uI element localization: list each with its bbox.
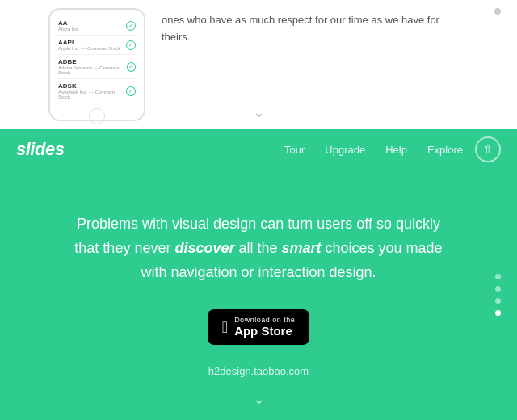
check-icon-aa: ✓ — [126, 21, 136, 31]
nav-link-tour[interactable]: Tour — [284, 144, 305, 156]
phone-item-aapl: AAPL Apple Inc. — Common Stock ✓ — [57, 36, 137, 55]
top-section: AA Alcoa Inc. ✓ AAPL Apple Inc. — Common… — [0, 0, 517, 129]
share-button[interactable]: ⇧ — [475, 136, 501, 162]
navbar: slides Tour Upgrade Help Explore ⇧ — [0, 129, 517, 170]
phone-item-adsk: ADSK Autodesk Inc. — Common Stock ✓ — [57, 79, 137, 103]
nav-link-help[interactable]: Help — [385, 144, 407, 156]
download-on-label: Download on the — [234, 316, 295, 324]
side-dot-1[interactable] — [495, 274, 501, 279]
chevron-down-icon-bottom[interactable]: ⌄ — [253, 390, 265, 408]
check-icon-adbe: ✓ — [127, 62, 136, 72]
tagline-smart: smart — [282, 240, 322, 256]
bottom-section: slides Tour Upgrade Help Explore ⇧ Probl… — [0, 129, 517, 420]
tagline: Problems with visual design can turn use… — [65, 212, 452, 284]
logo[interactable]: slides — [16, 139, 64, 160]
sub-adbe: Adobe Systems — Common Stock — [58, 65, 127, 75]
phone-home-button — [89, 108, 105, 124]
share-icon: ⇧ — [483, 143, 493, 156]
side-dot-2[interactable] — [495, 286, 501, 292]
nav-link-upgrade[interactable]: Upgrade — [325, 144, 365, 156]
main-content: Problems with visual design can turn use… — [0, 170, 517, 420]
check-icon-aapl: ✓ — [126, 40, 136, 50]
check-icon-adsk: ✓ — [126, 86, 136, 96]
nav-link-explore[interactable]: Explore — [427, 144, 463, 156]
phone-item-adbe: ADBE Adobe Systems — Common Stock ✓ — [57, 55, 137, 79]
ticker-adbe: ADBE — [58, 58, 127, 65]
side-dot-4-active[interactable] — [495, 310, 501, 316]
scroll-indicator-dot — [494, 8, 501, 15]
app-store-label: App Store — [234, 324, 292, 338]
chevron-down-icon-top[interactable]: ⌄ — [253, 103, 265, 121]
app-store-text: Download on the App Store — [234, 316, 295, 338]
ticker-aa: AA — [58, 19, 79, 27]
top-paragraph: ones who have as much respect for our ti… — [145, 0, 469, 58]
footer-url[interactable]: h2design.taobao.com — [208, 365, 309, 377]
tagline-discover: discover — [174, 240, 234, 256]
ticker-aapl: AAPL — [58, 39, 120, 46]
phone-mockup: AA Alcoa Inc. ✓ AAPL Apple Inc. — Common… — [48, 8, 145, 121]
app-store-button[interactable]:  Download on the App Store — [208, 309, 309, 345]
side-dot-3[interactable] — [495, 298, 501, 304]
sub-aapl: Apple Inc. — Common Stock — [58, 46, 120, 51]
phone-item-aa: AA Alcoa Inc. ✓ — [57, 16, 137, 36]
nav-links: Tour Upgrade Help Explore — [284, 144, 463, 156]
ticker-adsk: ADSK — [58, 82, 126, 90]
side-dots — [495, 274, 501, 316]
sub-adsk: Autodesk Inc. — Common Stock — [58, 90, 126, 99]
sub-aa: Alcoa Inc. — [58, 27, 79, 32]
apple-icon:  — [222, 319, 228, 335]
tagline-middle: all the — [234, 240, 281, 256]
